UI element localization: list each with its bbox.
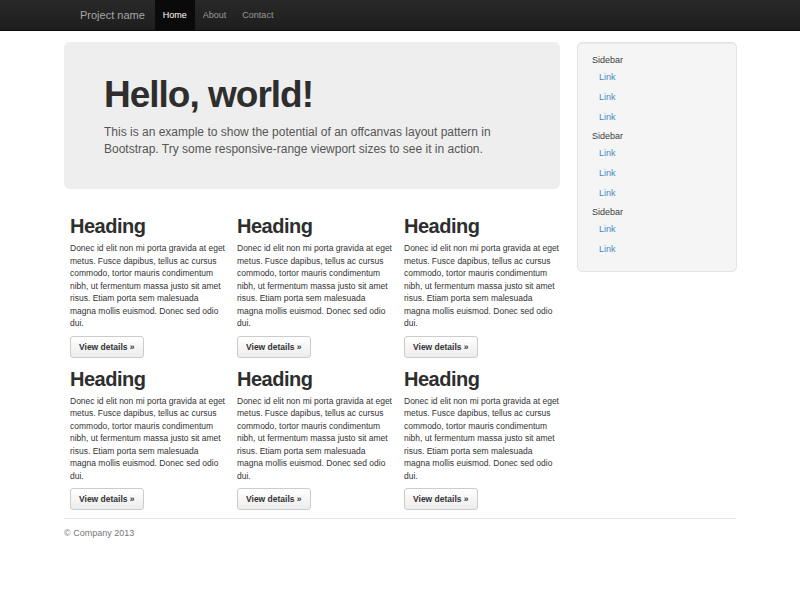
cards-grid: Heading Donec id elit non mi porta gravi… bbox=[64, 214, 560, 510]
sidebar-header: Sidebar bbox=[578, 203, 736, 219]
brand-link[interactable]: Project name bbox=[64, 0, 155, 30]
navbar-inner: Project name Home About Contact bbox=[64, 0, 736, 30]
navbar: Project name Home About Contact bbox=[0, 0, 800, 31]
card-heading: Heading bbox=[404, 367, 552, 391]
view-details-button[interactable]: View details » bbox=[404, 336, 478, 358]
card-body-text: Donec id elit non mi porta gravida at eg… bbox=[70, 395, 218, 483]
sidebar-link[interactable]: Link bbox=[578, 163, 736, 183]
sidebar-group-1: Sidebar Link Link Link bbox=[578, 51, 736, 127]
feature-card-5: Heading Donec id elit non mi porta gravi… bbox=[237, 367, 385, 511]
sidebar-group-2: Sidebar Link Link Link bbox=[578, 127, 736, 203]
hero-title: Hello, world! bbox=[104, 74, 520, 115]
sidebar-link[interactable]: Link bbox=[578, 87, 736, 107]
copyright-text: © Company 2013 bbox=[64, 528, 736, 538]
content-row: Hello, world! This is an example to show… bbox=[64, 31, 736, 510]
sidebar-link[interactable]: Link bbox=[578, 107, 736, 127]
sidebar-header: Sidebar bbox=[578, 127, 736, 143]
nav-item-about[interactable]: About bbox=[195, 0, 235, 30]
card-heading: Heading bbox=[404, 214, 552, 238]
card-body-text: Donec id elit non mi porta gravida at eg… bbox=[237, 242, 385, 330]
sidebar: Sidebar Link Link Link Sidebar Link Link… bbox=[577, 42, 737, 272]
card-heading: Heading bbox=[70, 214, 218, 238]
card-heading: Heading bbox=[237, 214, 385, 238]
view-details-button[interactable]: View details » bbox=[70, 488, 144, 510]
feature-card-6: Heading Donec id elit non mi porta gravi… bbox=[404, 367, 552, 511]
view-details-button[interactable]: View details » bbox=[404, 488, 478, 510]
card-heading: Heading bbox=[237, 367, 385, 391]
view-details-button[interactable]: View details » bbox=[70, 336, 144, 358]
feature-card-2: Heading Donec id elit non mi porta gravi… bbox=[237, 214, 385, 358]
card-heading: Heading bbox=[70, 367, 218, 391]
page-container: Hello, world! This is an example to show… bbox=[64, 31, 736, 538]
view-details-button[interactable]: View details » bbox=[237, 488, 311, 510]
navbar-menu: Home About Contact bbox=[155, 0, 282, 30]
hero-unit: Hello, world! This is an example to show… bbox=[64, 42, 560, 189]
sidebar-header: Sidebar bbox=[578, 51, 736, 67]
sidebar-link[interactable]: Link bbox=[578, 219, 736, 239]
hero-subtitle: This is an example to show the potential… bbox=[104, 124, 520, 157]
sidebar-link[interactable]: Link bbox=[578, 67, 736, 87]
footer-divider bbox=[64, 518, 736, 519]
card-body-text: Donec id elit non mi porta gravida at eg… bbox=[404, 395, 552, 483]
footer: © Company 2013 bbox=[64, 518, 736, 538]
feature-card-4: Heading Donec id elit non mi porta gravi… bbox=[70, 367, 218, 511]
nav-item-home[interactable]: Home bbox=[155, 0, 195, 30]
card-body-text: Donec id elit non mi porta gravida at eg… bbox=[404, 242, 552, 330]
card-body-text: Donec id elit non mi porta gravida at eg… bbox=[237, 395, 385, 483]
card-body-text: Donec id elit non mi porta gravida at eg… bbox=[70, 242, 218, 330]
sidebar-link[interactable]: Link bbox=[578, 239, 736, 259]
feature-card-1: Heading Donec id elit non mi porta gravi… bbox=[70, 214, 218, 358]
sidebar-link[interactable]: Link bbox=[578, 143, 736, 163]
feature-card-3: Heading Donec id elit non mi porta gravi… bbox=[404, 214, 552, 358]
view-details-button[interactable]: View details » bbox=[237, 336, 311, 358]
nav-item-contact[interactable]: Contact bbox=[234, 0, 281, 30]
sidebar-link[interactable]: Link bbox=[578, 183, 736, 203]
sidebar-group-3: Sidebar Link Link bbox=[578, 203, 736, 259]
main-content: Hello, world! This is an example to show… bbox=[64, 31, 560, 510]
